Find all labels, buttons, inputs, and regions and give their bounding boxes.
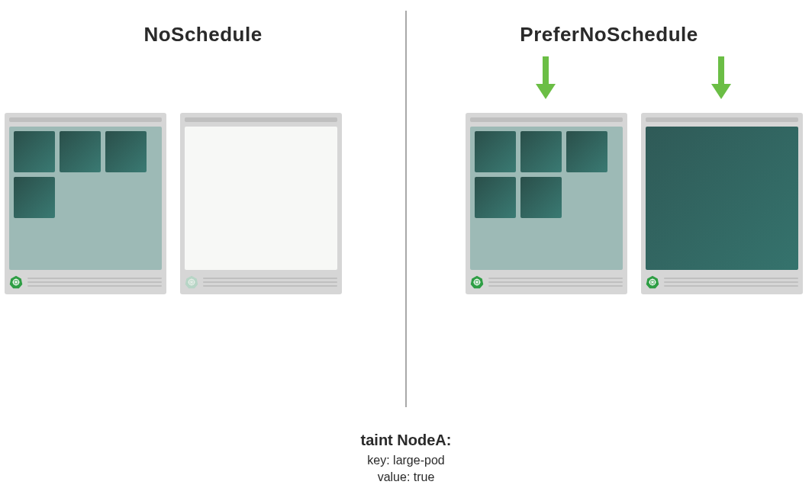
taint-caption: taint NodeA: key: large-pod value: true bbox=[0, 432, 812, 486]
pod-icon bbox=[520, 131, 562, 172]
pod-icon bbox=[475, 177, 516, 218]
pod-icon bbox=[105, 131, 147, 172]
center-divider bbox=[405, 11, 407, 407]
taint-value: value: true bbox=[0, 469, 812, 486]
node-footer bbox=[470, 274, 623, 290]
node-topbar bbox=[185, 117, 337, 122]
heading-prefernoschedule: PreferNoSchedule bbox=[406, 23, 812, 47]
node-card-left-tainted bbox=[180, 113, 342, 294]
kubernetes-icon bbox=[470, 275, 484, 289]
node-workload bbox=[9, 127, 162, 270]
taint-key: key: large-pod bbox=[0, 452, 812, 469]
node-topbar bbox=[470, 117, 623, 122]
node-footer bbox=[646, 274, 798, 290]
arrow-down-icon bbox=[710, 55, 733, 101]
node-workload-empty bbox=[185, 127, 337, 270]
node-meta-lines bbox=[488, 278, 623, 287]
pod-icon bbox=[14, 131, 55, 172]
pod-icon bbox=[520, 177, 562, 218]
node-meta-lines bbox=[27, 278, 162, 287]
node-card-right-active bbox=[466, 113, 627, 294]
node-topbar bbox=[646, 117, 798, 122]
taint-title: taint NodeA: bbox=[0, 432, 812, 449]
svg-marker-15 bbox=[711, 84, 731, 99]
node-topbar bbox=[9, 117, 162, 122]
node-meta-lines bbox=[203, 278, 337, 287]
node-meta-lines bbox=[664, 278, 798, 287]
node-card-left-active bbox=[5, 113, 166, 294]
node-footer bbox=[9, 274, 162, 290]
pod-icon bbox=[14, 177, 55, 218]
node-footer bbox=[185, 274, 337, 290]
node-workload bbox=[470, 127, 623, 270]
kubernetes-icon bbox=[9, 275, 23, 289]
node-card-right-tainted bbox=[641, 113, 803, 294]
kubernetes-icon bbox=[185, 275, 198, 289]
heading-noschedule: NoSchedule bbox=[0, 23, 406, 47]
arrow-down-icon bbox=[534, 55, 557, 101]
kubernetes-icon bbox=[646, 275, 659, 289]
pod-icon bbox=[566, 131, 607, 172]
pod-icon bbox=[60, 131, 101, 172]
pod-icon bbox=[475, 131, 516, 172]
large-pod-icon bbox=[646, 127, 798, 270]
svg-marker-13 bbox=[536, 84, 556, 99]
